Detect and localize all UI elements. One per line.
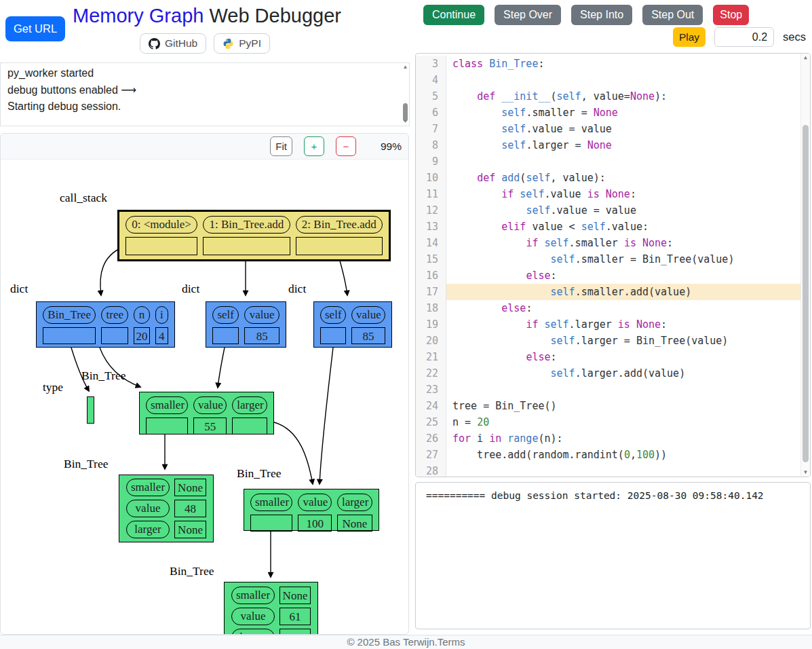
log-lines: py_worker starteddebug buttons enabled ⟶…: [7, 65, 402, 115]
code-line-20[interactable]: 20 self.larger = Bin_Tree(value): [416, 333, 801, 349]
code-text: [446, 153, 801, 170]
code-line-18[interactable]: 18 else:: [416, 300, 801, 316]
value-cell: 85: [244, 327, 279, 344]
code-line-16[interactable]: 16 else:: [416, 267, 801, 284]
scroll-up-icon[interactable]: ▲: [801, 54, 810, 62]
code-line-3[interactable]: 3class Bin_Tree:: [416, 56, 801, 72]
fit-button[interactable]: Fit: [270, 136, 292, 156]
code-line-17[interactable]: 17 self.smaller.add(value): [416, 284, 801, 300]
terms-link[interactable]: Terms: [438, 636, 465, 648]
code-line-8[interactable]: 8 self.larger = None: [416, 137, 801, 153]
code-line-19[interactable]: 19 if self.larger is None:: [416, 316, 801, 333]
value-cell: 55: [193, 418, 227, 434]
code-text: tree = Bin_Tree(): [446, 398, 801, 414]
github-button[interactable]: GitHub: [140, 33, 206, 54]
ref-cell: [320, 327, 346, 344]
key-pill: larger: [231, 629, 275, 634]
code-line-5[interactable]: 5 def __init__(self, value=None):: [416, 88, 801, 105]
pypi-button[interactable]: PyPI: [214, 33, 270, 54]
continue-button[interactable]: Continue: [423, 5, 484, 25]
scroll-up-icon[interactable]: ▲: [402, 64, 409, 71]
scroll-down-icon[interactable]: ▼: [801, 468, 810, 477]
code-line-22[interactable]: 22 self.larger.add(value): [416, 365, 801, 382]
node-column: larger: [232, 396, 267, 430]
value-cell: 48: [174, 500, 206, 517]
code-text: self.value = value: [446, 202, 801, 219]
code-line-21[interactable]: 21 else:: [416, 349, 801, 365]
bintree-node-100: smallervalue100largerNone: [244, 489, 379, 531]
key-pill: value: [231, 608, 275, 625]
ref-cell: [101, 327, 128, 344]
value-cell: 20: [134, 327, 149, 344]
code-line-6[interactable]: 6 self.smaller = None: [416, 105, 801, 121]
editor-scrollbar-thumb[interactable]: [803, 125, 809, 462]
code-line-25[interactable]: 25n = 20: [416, 414, 801, 430]
line-number: 20: [416, 333, 446, 349]
pypi-button-label: PyPI: [239, 37, 261, 50]
step-out-button[interactable]: Step Out: [642, 5, 703, 25]
step-over-button[interactable]: Step Over: [495, 5, 561, 25]
line-number: 17: [416, 284, 446, 300]
code-line-9[interactable]: 9: [416, 153, 801, 170]
code-line-26[interactable]: 26for i in range(n):: [416, 430, 801, 447]
key-pill: larger: [126, 521, 170, 538]
value-cell: 61: [279, 608, 311, 625]
line-number: 21: [416, 349, 446, 365]
code-text: self.larger = None: [446, 137, 801, 153]
node-column: value100: [298, 494, 332, 526]
code-text: self.value = value: [446, 121, 801, 137]
code-line-4[interactable]: 4: [416, 72, 801, 88]
memory-graph-canvas[interactable]: call_stackdictdictdictBin_TreetypeBin_Tr…: [1, 160, 408, 634]
node-column: i4: [155, 306, 168, 343]
code-text: def add(self, value):: [446, 170, 801, 186]
graph-label-Bin_Tree: Bin_Tree: [81, 369, 125, 383]
log-scrollbar[interactable]: ▲ ▼: [402, 64, 409, 125]
ref-cell: [212, 327, 239, 344]
code-line-28[interactable]: 28: [416, 463, 801, 477]
delay-input[interactable]: [714, 27, 774, 47]
graph-label-dict: dict: [182, 282, 199, 296]
footer: © 2025 Bas Terwijn.Terms: [0, 635, 812, 649]
node-column: 0: <module>: [125, 216, 197, 255]
code-line-13[interactable]: 13 elif value < self.value:: [416, 219, 801, 235]
line-number: 12: [416, 202, 446, 219]
code-line-27[interactable]: 27 tree.add(random.randint(0,100)): [416, 447, 801, 463]
zoom-out-button[interactable]: −: [336, 136, 356, 156]
value-cell: None: [174, 521, 206, 538]
node-column: n20: [134, 306, 149, 343]
secs-label: secs: [783, 31, 806, 43]
key-pill: i: [155, 306, 168, 324]
editor-scrollbar[interactable]: ▲ ▼: [800, 54, 810, 477]
code-line-10[interactable]: 10 def add(self, value):: [416, 170, 801, 186]
line-number: 3: [416, 56, 446, 72]
line-number: 15: [416, 251, 446, 267]
line-number: 16: [416, 267, 446, 284]
code-text: for i in range(n):: [446, 430, 801, 447]
ref-cell: [250, 515, 292, 532]
step-into-button[interactable]: Step Into: [571, 5, 632, 25]
log-line: py_worker started: [7, 65, 402, 82]
node-column: 2: Bin_Tree.add: [296, 216, 383, 255]
node-column: smaller: [250, 494, 292, 526]
zoom-in-button[interactable]: +: [304, 136, 324, 156]
key-pill: larger: [337, 494, 372, 511]
code-line-7[interactable]: 7 self.value = value: [416, 121, 801, 137]
code-text: tree.add(random.randint(0,100)): [446, 447, 801, 463]
line-number: 10: [416, 170, 446, 186]
scroll-down-icon[interactable]: ▼: [402, 118, 409, 125]
code-line-12[interactable]: 12 self.value = value: [416, 202, 801, 219]
code-text: if self.larger is None:: [446, 316, 801, 333]
code-line-14[interactable]: 14 if self.smaller is None:: [416, 235, 801, 251]
code-line-11[interactable]: 11 if self.value is None:: [416, 186, 801, 202]
code-line-23[interactable]: 23: [416, 382, 801, 398]
key-pill: self: [320, 306, 346, 324]
code-editor[interactable]: 3class Bin_Tree:45 def __init__(self, va…: [415, 53, 811, 477]
code-line-15[interactable]: 15 self.smaller = Bin_Tree(value): [416, 251, 801, 267]
play-button[interactable]: Play: [673, 27, 705, 47]
code-line-24[interactable]: 24tree = Bin_Tree(): [416, 398, 801, 414]
line-number: 18: [416, 300, 446, 316]
value-cell: 100: [298, 515, 332, 532]
stop-button[interactable]: Stop: [713, 5, 749, 25]
key-pill: smaller: [146, 396, 188, 414]
bintree-node-48: smallerNonevalue48largerNone: [119, 475, 214, 542]
